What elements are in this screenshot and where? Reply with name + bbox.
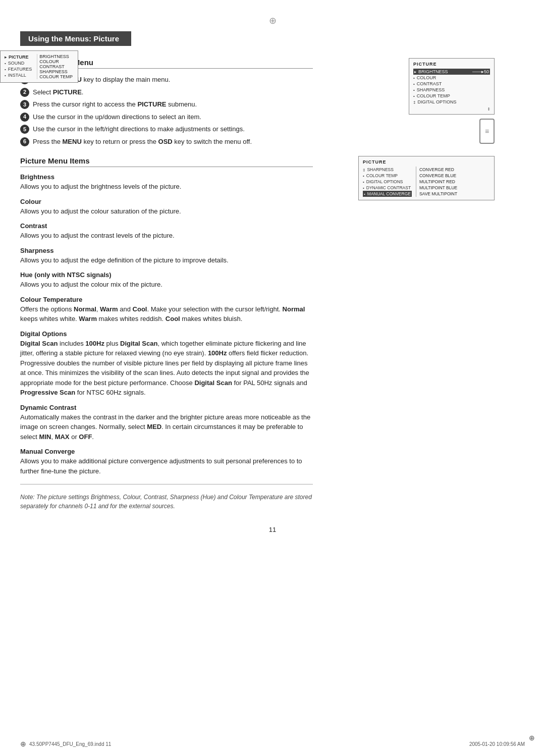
menu-item-digital-options: Digital Options Digital Scan includes 10… (20, 330, 313, 398)
step-text-2: Select PICTURE. (33, 87, 313, 97)
step-text-5: Use the cursor in the left/right directi… (33, 124, 313, 134)
menu-item-contrast-desc: Allows you to adjust the contrast levels… (20, 231, 313, 241)
step-text-4: Use the cursor in the up/down directions… (33, 112, 313, 122)
menu-item-brightness-title: Brightness (20, 173, 313, 181)
step-list: 1 Press the MENU key to display the main… (20, 75, 313, 146)
osd-sharpness-row: • SHARPNESS (413, 87, 490, 93)
osd-digitaloptions-row: ‡ DIGITAL OPTIONS (413, 99, 490, 105)
menu-item-hue-title: Hue (only with NTSC signals) (20, 271, 313, 279)
menu-item-manual-converge: Manual Converge Allows you to make addit… (20, 448, 313, 476)
osd-main-menu: ▸ PICTURE • SOUND • FEATURES (0, 50, 78, 83)
osd-colourtemp-row: • COLOUR TEMP (413, 93, 490, 99)
footer-left: ⊕ 43.50PP7445_DFU_Eng_69.indd 11 (20, 740, 111, 748)
osd-bottom: PICTURE ‡ SHARPNESS • COLOUR TEMP • (358, 156, 495, 200)
menu-item-colour-desc: Allows you to adjust the colour saturati… (20, 206, 313, 217)
step-text-3: Press the cursor right to access the PIC… (33, 99, 313, 110)
right-column: PICTURE ▸ BRIGHTNESS ——▸50 • COLOUR • CO… (323, 58, 495, 511)
menu-item-contrast: Contrast Allows you to adjust the contra… (20, 222, 313, 241)
step-num-2: 2 (20, 88, 29, 97)
step-5: 5 Use the cursor in the left/right direc… (20, 124, 313, 134)
step-3: 3 Press the cursor right to access the P… (20, 99, 313, 110)
menu-item-colour-temp-title: Colour Temperature (20, 296, 313, 303)
step-num-5: 5 (20, 125, 29, 134)
menu-item-hue-desc: Allows you to adjust the colour mix of t… (20, 280, 313, 290)
menu-item-hue: Hue (only with NTSC signals) Allows you … (20, 271, 313, 290)
osd-top-right-header: PICTURE (413, 62, 490, 67)
step-4: 4 Use the cursor in the up/down directio… (20, 112, 313, 122)
page-title: Using the Menus: Picture (20, 31, 131, 46)
menu-item-brightness-desc: Allows you to adjust the brightness leve… (20, 182, 313, 192)
divider (20, 484, 313, 484)
osd-brightness-row: ▸ BRIGHTNESS ——▸50 (413, 69, 490, 75)
footer-right: 2005-01-20 10:09:56 AM (469, 741, 525, 747)
decorative-circle-top: ⊕ (20, 15, 525, 26)
footer-circle-left: ⊕ (20, 740, 26, 748)
menu-item-contrast-title: Contrast (20, 222, 313, 230)
menu-item-sharpness: Sharpness Allows you to adjust the edge … (20, 247, 313, 265)
footer-circle-right: ⊕ (529, 734, 535, 742)
scroll-icon: ≡ (479, 119, 495, 144)
menu-item-colour-title: Colour (20, 198, 313, 205)
menu-item-colour: Colour Allows you to adjust the colour s… (20, 198, 313, 217)
page-container: ⊕ Using the Menus: Picture Accessing the… (0, 0, 545, 756)
menu-item-sharpness-title: Sharpness (20, 247, 313, 254)
step-num-6: 6 (20, 137, 29, 146)
menu-item-colour-temp: Colour Temperature Offers the options No… (20, 296, 313, 324)
step-text-6: Press the MENU key to return or press th… (33, 137, 313, 147)
menu-item-sharpness-desc: Allows you to adjust the edge definition… (20, 255, 313, 265)
page-number: 11 (20, 526, 525, 533)
osd-contrast-row: • CONTRAST (413, 81, 490, 87)
osd-bottom-header: PICTURE (363, 159, 490, 165)
menu-item-dynamic-contrast-desc: Automatically makes the contrast in the … (20, 412, 313, 442)
picture-menu-items-section: Picture Menu Items Brightness Allows you… (20, 156, 313, 511)
picture-menu-items-title: Picture Menu Items (20, 156, 313, 167)
osd-top-right: PICTURE ▸ BRIGHTNESS ——▸50 • COLOUR • CO… (409, 58, 495, 115)
main-layout: Accessing the Menu 1 Press the MENU key … (20, 58, 525, 511)
footer: ⊕ 43.50PP7445_DFU_Eng_69.indd 11 2005-01… (0, 740, 545, 748)
menu-item-colour-temp-desc: Offers the options Normal, Warm and Cool… (20, 304, 313, 324)
menu-item-manual-converge-desc: Allows you to make additional picture co… (20, 456, 313, 476)
menu-item-brightness: Brightness Allows you to adjust the brig… (20, 173, 313, 192)
step-num-3: 3 (20, 100, 29, 109)
step-2: 2 Select PICTURE. (20, 87, 313, 97)
footer-filename: 43.50PP7445_DFU_Eng_69.indd 11 (29, 741, 111, 747)
menu-item-digital-options-desc: Digital Scan includes 100Hz plus Digital… (20, 339, 313, 398)
osd-colour-row: • COLOUR (413, 75, 490, 81)
menu-item-manual-converge-title: Manual Converge (20, 448, 313, 455)
note-text: Note: The picture settings Brightness, C… (20, 493, 313, 511)
scroll-icon-area: ≡ (323, 119, 495, 144)
osd-main-menu-content: ▸ PICTURE • SOUND • FEATURES (5, 54, 74, 79)
menu-item-dynamic-contrast-title: Dynamic Contrast (20, 404, 313, 411)
menu-item-dynamic-contrast: Dynamic Contrast Automatically makes the… (20, 404, 313, 442)
step-6: 6 Press the MENU key to return or press … (20, 137, 313, 147)
left-column: Accessing the Menu 1 Press the MENU key … (20, 58, 313, 511)
menu-item-digital-options-title: Digital Options (20, 330, 313, 338)
step-num-4: 4 (20, 113, 29, 122)
